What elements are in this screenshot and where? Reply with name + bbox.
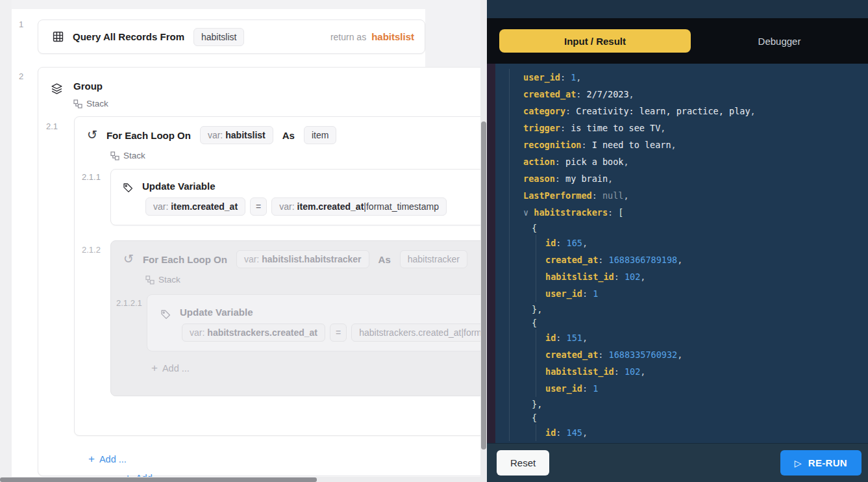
- workspace-top-strip: [12, 0, 434, 9]
- query-table-chip[interactable]: habitslist: [193, 28, 244, 46]
- json-code: user_id: 1,created_at: 2/7/2023,category…: [523, 69, 868, 441]
- step-number-2-1-2-1: 2.1.2.1: [116, 298, 142, 308]
- disabled-update-rhs-chip[interactable]: habitstrackers.created_at|format_timesta…: [351, 323, 487, 342]
- json-line: user_id: 1: [523, 285, 868, 302]
- stack-icon: [145, 275, 155, 285]
- loop-icon: ↺: [87, 130, 97, 140]
- update-variable-card[interactable]: Update Variable var:item.created_at = va…: [110, 169, 487, 225]
- for-each-loop-card[interactable]: ↺ For Each Loop On var:habitslist As ite…: [74, 116, 487, 436]
- json-line: user_id: 1: [523, 380, 868, 397]
- disabled-equals-chip[interactable]: =: [330, 323, 347, 342]
- disabled-update-variable-card[interactable]: Update Variable var:habitstrackers.creat…: [147, 294, 487, 351]
- tab-debugger[interactable]: Debugger: [691, 36, 868, 47]
- disabled-loop-var-chip[interactable]: var:habitslist.habitstracker: [236, 250, 369, 268]
- step-number-1: 1: [19, 19, 23, 29]
- plus-icon: +: [88, 455, 95, 464]
- json-line: },: [523, 397, 868, 411]
- json-line: user_id: 1,: [523, 69, 868, 86]
- tag-icon: [123, 183, 133, 193]
- disabled-for-each-loop-card[interactable]: ↺ For Each Loop On var:habitslist.habits…: [110, 240, 487, 396]
- workspace-canvas-gray: [425, 0, 480, 67]
- loop-var-chip[interactable]: var:habitslist: [200, 126, 273, 144]
- stack-icon: [110, 151, 119, 160]
- update-variable-title: Update Variable: [142, 181, 216, 192]
- loop-icon: ↺: [123, 254, 134, 264]
- tab-input-result[interactable]: Input / Result: [499, 29, 691, 53]
- debug-tab-bar: Input / Result Debugger: [487, 18, 868, 64]
- vertical-scrollbar-thumb[interactable]: [481, 121, 486, 450]
- result-json-area: user_id: 1,created_at: 2/7/2023,category…: [487, 64, 868, 443]
- disabled-for-each-title: For Each Loop On: [143, 254, 227, 265]
- json-line: {: [523, 316, 868, 329]
- json-left-strip: [487, 64, 495, 443]
- json-line: {: [523, 221, 868, 235]
- json-line: },: [523, 302, 868, 316]
- stack-icon: [73, 99, 82, 108]
- return-as-label: return as: [330, 32, 366, 42]
- group-card[interactable]: Group Stack 2.1 ↺ For Each Loop On var:h…: [38, 67, 487, 476]
- disabled-update-lhs-chip[interactable]: var:habitstrackers.created_at: [182, 323, 325, 342]
- for-each-title: For Each Loop On: [106, 130, 191, 141]
- step-number-2-1: 2.1: [46, 121, 58, 131]
- group-card-title: Group: [73, 81, 103, 92]
- tag-icon: [160, 309, 171, 320]
- chevron-down-icon[interactable]: ∨: [523, 207, 534, 218]
- step-number-2-1-2: 2.1.2: [82, 245, 101, 255]
- loop-item-chip[interactable]: item: [304, 126, 336, 144]
- json-line: id: 165,: [523, 235, 868, 251]
- query-card-title: Query All Records From: [73, 31, 184, 42]
- json-line: id: 145,: [523, 424, 868, 441]
- json-line: habitslist_id: 102,: [523, 268, 868, 285]
- json-line: category: Creativity: learn, practice, p…: [523, 103, 868, 120]
- debug-footer-bar: Reset ▷ RE-RUN: [487, 443, 868, 482]
- equals-chip[interactable]: =: [250, 197, 267, 216]
- add-step-link-group[interactable]: + Add ...: [88, 454, 127, 464]
- horizontal-scrollbar-thumb[interactable]: [0, 477, 317, 482]
- json-line: created_at: 2/7/2023,: [523, 86, 868, 103]
- workspace-left-gutter: [0, 0, 12, 482]
- reset-button[interactable]: Reset: [497, 450, 549, 476]
- update-rhs-chip[interactable]: var:item.created_at|format_timestamp: [271, 197, 447, 216]
- json-line: created_at: 1688335760932,: [523, 346, 868, 363]
- table-icon: [53, 31, 64, 42]
- debug-panel: Input / Result Debugger user_id: 1,creat…: [487, 0, 868, 482]
- json-line: habitslist_id: 102,: [523, 363, 868, 380]
- disabled-loop-stack-row: Stack: [145, 275, 180, 285]
- json-line: trigger: is time to see TV,: [523, 120, 868, 136]
- json-line: reason: my brain,: [523, 170, 868, 187]
- play-icon: ▷: [795, 458, 802, 468]
- json-line: id: 151,: [523, 329, 868, 346]
- group-stack-row: Stack: [73, 99, 108, 108]
- app-root: 1 Query All Records From habitslist retu…: [0, 0, 868, 482]
- function-stack-workspace: 1 Query All Records From habitslist retu…: [0, 0, 487, 482]
- rerun-button[interactable]: ▷ RE-RUN: [780, 450, 862, 476]
- query-all-records-card[interactable]: Query All Records From habitslist return…: [38, 19, 425, 54]
- plus-icon: +: [151, 364, 158, 373]
- json-line: LastPerformed: null,: [523, 187, 868, 204]
- step-number-2-1-1: 2.1.1: [82, 172, 101, 182]
- json-line: created_at: 1688366789198,: [523, 251, 868, 268]
- layers-icon: [51, 82, 63, 95]
- json-line: ∨ habitstrackers: [: [523, 204, 868, 221]
- add-step-link-disabled[interactable]: + Add ...: [151, 363, 190, 374]
- as-label: As: [282, 130, 295, 141]
- return-as-value[interactable]: habitslist: [371, 31, 414, 42]
- disabled-update-variable-title: Update Variable: [180, 307, 253, 318]
- step-number-2: 2: [19, 71, 23, 81]
- loop-stack-row: Stack: [110, 151, 145, 160]
- json-line: action: pick a book,: [523, 153, 868, 170]
- json-line: {: [523, 411, 868, 424]
- disabled-loop-item-chip[interactable]: habitstracker: [400, 250, 467, 268]
- update-lhs-chip[interactable]: var:item.created_at: [145, 197, 245, 216]
- json-line: recognition: I need to learn,: [523, 136, 868, 153]
- disabled-as-label: As: [378, 254, 391, 265]
- debug-panel-top-strip: [487, 0, 868, 18]
